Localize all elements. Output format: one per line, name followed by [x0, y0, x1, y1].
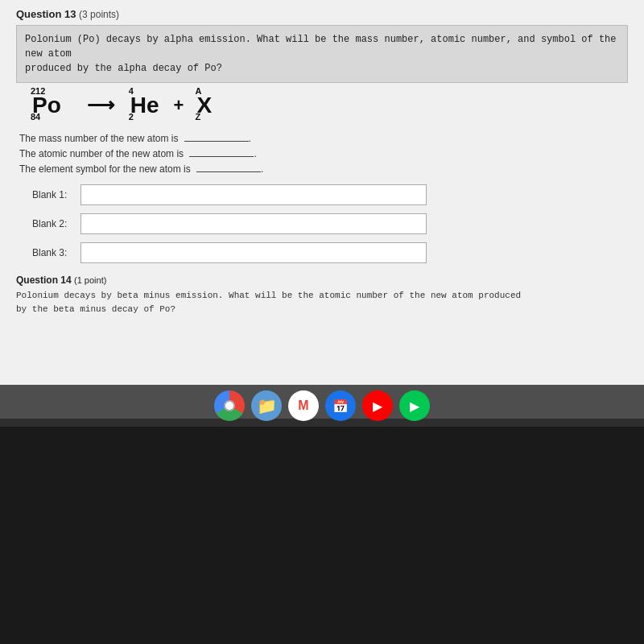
gmail-icon[interactable]: M: [288, 390, 319, 421]
q13-points: (3 points): [79, 9, 119, 20]
plus-sign: +: [174, 95, 184, 116]
blank-row-3: Blank 3:: [32, 242, 628, 263]
q13-text-line2: produced by the alpha decay of Po?: [25, 61, 619, 76]
product-helium: 4 2 He: [130, 93, 159, 118]
content-area: Question 13 (3 points) Polonium (Po) dec…: [0, 0, 644, 419]
q13-title: Question 13: [16, 8, 76, 20]
fill-element-symbol: The element symbol for the new atom is .: [19, 163, 628, 175]
reactant-polonium: 212 84 Po: [32, 93, 61, 118]
blank2-input[interactable]: [80, 213, 427, 234]
blank-row-1: Blank 1:: [32, 184, 628, 205]
q14-line2: by the beta minus decay of Po?: [16, 303, 628, 316]
reaction-arrow: ⟶: [87, 94, 114, 117]
blank-row-2: Blank 2:: [32, 213, 628, 234]
play-store-icon[interactable]: ▶: [399, 390, 430, 421]
question13-header: Question 13 (3 points): [16, 8, 628, 20]
fill-atomic-number: The atomic number of the new atom is .: [19, 148, 628, 159]
chrome-icon[interactable]: [214, 390, 245, 421]
question14-section: Question 14 (1 point) Polonium decays by…: [16, 275, 628, 316]
question14-text: Polonium decays by beta minus emission. …: [16, 289, 628, 316]
q13-text-line1: Polonium (Po) decays by alpha emission. …: [25, 32, 619, 61]
screen: Question 13 (3 points) Polonium (Po) dec…: [0, 0, 644, 644]
question14-header: Question 14 (1 point): [16, 275, 628, 286]
product-unknown: A Z X: [196, 93, 212, 118]
fill-mass-number: The mass number of the new atom is .: [19, 133, 628, 144]
youtube-icon[interactable]: ▶: [362, 390, 393, 421]
files-icon[interactable]: 📁: [251, 390, 282, 421]
calendar-icon[interactable]: 📅: [325, 390, 356, 421]
blank1-input[interactable]: [80, 184, 427, 205]
q14-line1: Polonium decays by beta minus emission. …: [16, 289, 628, 303]
dark-area: [0, 427, 644, 644]
question13-text: Polonium (Po) decays by alpha emission. …: [16, 25, 628, 83]
blank3-input[interactable]: [80, 242, 427, 263]
blank1-label: Blank 1:: [32, 189, 80, 200]
blank2-label: Blank 2:: [32, 218, 80, 229]
nuclear-equation: 212 84 Po ⟶ 4 2 He + A Z X: [24, 93, 628, 118]
blank3-label: Blank 3:: [32, 247, 80, 258]
blanks-section: Blank 1: Blank 2: Blank 3:: [32, 184, 628, 263]
q14-title: Question 14: [16, 275, 72, 286]
taskbar: 📁 M 📅 ▶ ▶: [0, 385, 644, 427]
q14-points: (1 point): [74, 275, 106, 285]
